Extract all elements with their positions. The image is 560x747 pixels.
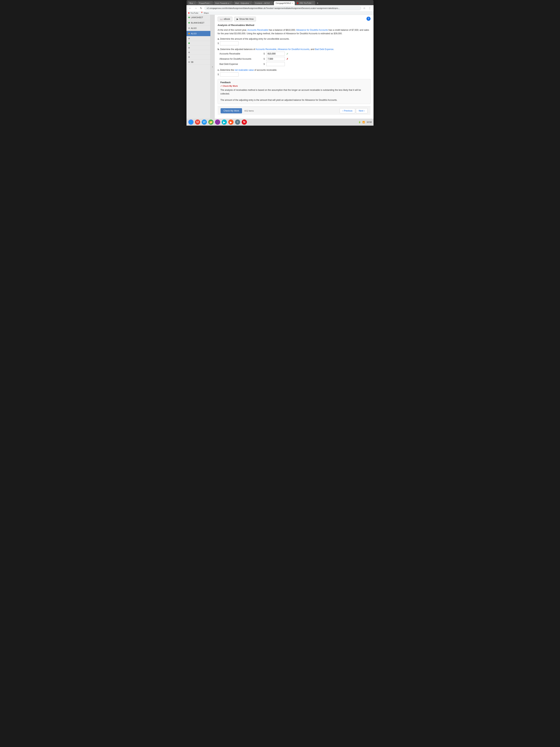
tab-from-towards[interactable]: from Towards a × — [214, 1, 233, 5]
tab-from-towards-label: from Towards a — [215, 2, 229, 4]
previous-button[interactable]: ‹ Previous — [340, 108, 355, 113]
tab-cengagenow[interactable]: CengageNOWv2 × — [274, 1, 295, 5]
browser-window: ffice × PowerPoint × from Towards a × Ma… — [186, 0, 374, 126]
previous-label: Previous — [344, 109, 353, 112]
sidebar-dot-algo1 — [188, 27, 190, 29]
allowance-link[interactable]: Allowance for Doubtful Accounts — [296, 29, 328, 31]
ar-link-b[interactable]: Accounts Receivable — [256, 48, 276, 51]
sidebar-item-algo1[interactable]: ALGO — [186, 26, 210, 31]
net-realizable-link[interactable]: net realizable value — [235, 69, 254, 71]
sidebar-item-blanksheet-label: BLANKSHEET — [191, 22, 205, 24]
feedback-line2: The amount of the adjusting entry is the… — [220, 98, 368, 102]
reload-button[interactable]: ↻ — [199, 6, 203, 10]
bookmark-button[interactable]: ☆ — [362, 6, 367, 10]
sidebar-item-lanksheet[interactable]: LANKSHEET — [186, 15, 210, 20]
play-app[interactable]: ▶ — [222, 120, 227, 125]
gmail-app[interactable]: M — [195, 120, 200, 125]
files-app[interactable]: 📁 — [208, 120, 214, 125]
tab-content-label: Content – ACG2 — [255, 2, 270, 4]
bad-debt-dollar: $ — [264, 63, 265, 66]
check-my-work-button[interactable]: Check My Work — [220, 108, 242, 113]
plus-app[interactable]: + — [235, 120, 240, 125]
next-chevron-icon: › — [364, 109, 365, 112]
prev-chevron-icon: ‹ — [342, 109, 343, 112]
feedback-title: Feedback — [220, 81, 368, 84]
sidebar-item-8[interactable] — [186, 50, 210, 55]
close-icon[interactable]: × — [194, 2, 195, 4]
sidebar-dot-lanksheet — [188, 17, 190, 18]
next-button[interactable]: Next › — [356, 108, 368, 113]
tab-content[interactable]: Content – ACG2 × — [253, 1, 273, 5]
bottom-bar: Check My Work 4/12 items ‹ Previous Next… — [218, 106, 371, 115]
sidebar-collapse-button[interactable]: ‹ — [211, 15, 215, 119]
bad-debt-row: Bad Debt Expense $ — [219, 62, 371, 66]
allowance-row-label: Allowance for Doubtful Accounts — [219, 58, 262, 60]
bookmark-maps[interactable]: 📍 Maps — [201, 12, 209, 14]
sidebar-item-5[interactable] — [186, 36, 210, 41]
bad-debt-input[interactable] — [266, 62, 285, 66]
ebook-button[interactable]: 📖 eBook — [218, 17, 233, 22]
chrome-app[interactable]: 🌐 — [188, 120, 193, 125]
close-icon[interactable]: × — [312, 2, 313, 4]
accounts-receivable-link[interactable]: Accounts Receivable — [247, 29, 268, 31]
maps-bookmark-icon: 📍 — [201, 12, 203, 14]
bookmarks-bar: ▶ YouTube 📍 Maps — [186, 11, 374, 15]
tab-office-label: ffice — [189, 2, 193, 4]
check-my-work-label: Check My Work — [223, 109, 239, 112]
part-a-letter: a. — [218, 37, 219, 40]
feedback-check-label: ✓ Check My Work — [220, 85, 368, 87]
close-icon[interactable]: × — [271, 2, 272, 4]
allowance-input[interactable] — [266, 57, 285, 61]
sidebar-item-5b-label: 5B — [191, 61, 193, 63]
accounts-receivable-row: Accounts Receivable $ ✓ — [219, 52, 371, 56]
show-me-how-button[interactable]: ▶ Show Me How — [234, 17, 256, 22]
adjusted-balances-table: Accounts Receivable $ ✓ Allowance for Do… — [219, 52, 371, 66]
sidebar-item-blanksheet[interactable]: BLANKSHEET — [186, 20, 210, 26]
items-count: 4/12 items — [244, 110, 254, 112]
sidebar: LANKSHEET BLANKSHEET ALGO ALGO — [186, 15, 211, 119]
bad-debt-link[interactable]: Bad Debt Expense — [315, 48, 334, 51]
address-input[interactable] — [204, 6, 361, 10]
sidebar-item-5b[interactable]: 5B — [186, 59, 210, 65]
part-a-text: Determine the amount of the adjusting en… — [220, 37, 289, 40]
close-icon[interactable]: × — [292, 2, 293, 4]
allowance-status-icon: ✗ — [286, 57, 289, 60]
bookmark-youtube[interactable]: ▶ YouTube — [188, 12, 198, 14]
address-bar-row: ← → ↻ ☆ ⋮ — [186, 5, 374, 11]
youtube-bookmark-icon: ▶ — [188, 12, 190, 14]
media-app[interactable]: 🎵 — [215, 120, 220, 125]
sidebar-item-6[interactable] — [186, 41, 210, 46]
part-c-label: c. Determine the net realizable value of… — [218, 69, 371, 71]
sidebar-item-algo2[interactable]: ALGO — [186, 31, 210, 36]
close-icon[interactable]: × — [230, 2, 231, 4]
sidebar-item-7[interactable] — [186, 46, 210, 50]
show-me-how-label: Show Me How — [239, 18, 254, 20]
taskbar-apps: 🌐 M W 📁 🎵 ▶ ▶ + N — [188, 120, 247, 125]
ar-input[interactable] — [266, 52, 285, 56]
allowance-link-b[interactable]: Allowance for Doubtful Accounts — [277, 48, 310, 51]
tab-youtube-label: (58) YouTube — [299, 2, 312, 4]
ebook-label: eBook — [224, 18, 230, 20]
netflix-app[interactable]: N — [242, 120, 247, 125]
back-button[interactable]: ← — [188, 6, 192, 10]
navigation-buttons: ‹ Previous Next › — [340, 108, 368, 113]
tab-powerpoint[interactable]: PowerPoint × — [197, 1, 213, 5]
part-c-input[interactable] — [220, 73, 239, 77]
tab-mail[interactable]: Mail - Edjouline × — [233, 1, 253, 5]
forward-button[interactable]: → — [193, 6, 198, 10]
docs-app[interactable]: W — [202, 120, 207, 125]
youtube-app[interactable]: ▶ — [228, 120, 234, 125]
menu-button[interactable]: ⋮ — [368, 6, 372, 10]
tab-bar: ffice × PowerPoint × from Towards a × Ma… — [186, 0, 374, 5]
allowance-dollar: $ — [264, 58, 265, 60]
close-icon[interactable]: × — [250, 2, 251, 4]
new-tab-button[interactable]: + — [316, 1, 319, 5]
part-b-block: b. Determine the adjusted balances of Ac… — [218, 48, 371, 66]
part-b-text: Determine the adjusted balances of Accou… — [220, 48, 334, 51]
tab-office[interactable]: ffice × — [188, 1, 197, 5]
close-icon[interactable]: × — [210, 2, 211, 4]
tab-youtube[interactable]: ▶ (58) YouTube × — [295, 1, 315, 5]
part-a-input[interactable] — [220, 41, 239, 45]
help-button[interactable]: ? — [367, 17, 371, 21]
sidebar-item-9[interactable] — [186, 55, 210, 59]
